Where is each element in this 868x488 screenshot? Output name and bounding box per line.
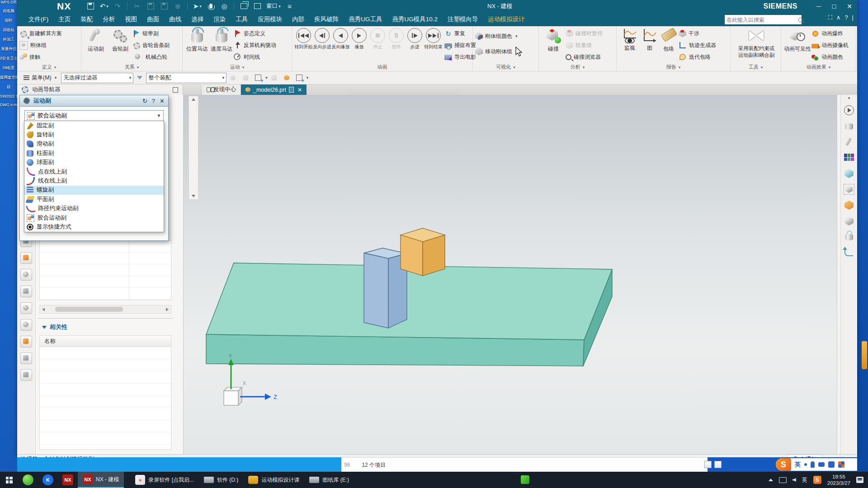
undock-icon[interactable] — [173, 87, 178, 93]
interference-button[interactable]: 干涉 — [679, 28, 716, 39]
taskbar-task-course-folder[interactable]: 运动模拟设计课 — [243, 472, 304, 488]
taskbar-task-nx-modeling[interactable]: NX NX - 建模 — [78, 472, 124, 488]
display-tray-icon[interactable] — [779, 477, 787, 483]
list-item-screw-joint[interactable]: 螺旋副 — [24, 186, 164, 195]
viewport-scrollbar-edge[interactable] — [837, 95, 840, 454]
sogou-tray-icon[interactable]: S — [813, 476, 821, 484]
menu-tab-tools[interactable]: 工具 — [236, 15, 248, 23]
maximize-button[interactable]: □ — [826, 0, 842, 12]
customize-ribbon-icon[interactable]: ≡ — [284, 2, 296, 10]
animation-visibility-button[interactable]: 动画可见性 — [783, 28, 811, 53]
play-animation-icon[interactable] — [843, 104, 855, 116]
resource-roles-icon[interactable] — [20, 352, 32, 364]
list-item-slider-joint[interactable]: 滑动副 — [24, 140, 164, 149]
scroll-up-icon[interactable] — [192, 98, 195, 101]
save-icon[interactable] — [85, 2, 96, 10]
desktop-icon[interactable]: WPS Offi — [0, 0, 17, 5]
tray-green-app-icon[interactable] — [521, 475, 529, 484]
navigator-table[interactable] — [39, 240, 171, 300]
sogou-comma-icon[interactable] — [804, 463, 807, 466]
explorer-view-toggles[interactable] — [704, 461, 722, 468]
resource-layers-icon[interactable] — [20, 252, 32, 264]
delete-body-icon[interactable] — [843, 199, 855, 211]
tab-discover-center[interactable]: 发现中心 — [202, 84, 241, 95]
inverse-drive-button[interactable]: 反算机构驱动 — [234, 39, 276, 51]
thumbnail-view-icon[interactable] — [714, 461, 722, 468]
list-item-show-shortcuts[interactable]: 显示快捷方式 — [24, 222, 164, 231]
taskbar-app-k[interactable]: K — [38, 472, 58, 488]
sogou-grid-icon[interactable] — [838, 461, 844, 468]
menu-tab-file[interactable]: 文件(F) — [28, 15, 48, 23]
sogou-mic-icon[interactable] — [811, 461, 815, 468]
pen-tool-icon[interactable]: ➤▾ — [191, 2, 203, 10]
desktop-icon[interactable]: 媒网盘空间 — [0, 75, 17, 80]
joint-type-dropdown[interactable]: 胶合运动副 ▼ — [24, 110, 164, 121]
collision-button[interactable]: 碰撞 — [541, 28, 566, 53]
menu-tab-internal[interactable]: 内部 — [292, 15, 304, 23]
desktop-icon[interactable]: 09电竞 — [0, 66, 17, 71]
animation-camera-button[interactable]: 动画摄像机 — [811, 39, 849, 51]
desktop-icon[interactable]: 临时 — [0, 18, 17, 23]
list-item-point-on-curve[interactable]: 点在线上副 — [24, 167, 164, 176]
list-item-cylindrical-joint[interactable]: 柱面副 — [24, 149, 164, 158]
link-icon[interactable] — [241, 73, 250, 83]
toolbar-options-icon[interactable]: ▾ — [841, 96, 857, 100]
sogou-keyboard-icon[interactable] — [818, 462, 825, 467]
scroll-left-icon[interactable] — [42, 308, 45, 311]
menu-tab-yanxiu-mold[interactable]: 燕秀UG模具10.2 — [392, 15, 438, 23]
export-movie-button[interactable]: 导出电影 — [444, 51, 476, 63]
list-item-glue-joint[interactable]: 胶合运动副 — [24, 213, 164, 222]
group-label-analysis[interactable]: 分析 ▾ — [539, 64, 616, 70]
position-motor-button[interactable]: 位置马达 — [185, 28, 209, 53]
blue-box-front-face[interactable] — [364, 253, 388, 328]
iterative-envelope-button[interactable]: 迭代包络 — [679, 51, 716, 63]
play-button[interactable]: 播放 — [350, 28, 368, 50]
filter-icon[interactable] — [137, 76, 142, 80]
dialog-help-icon[interactable]: ? — [152, 98, 155, 104]
group-label-report[interactable]: 报告 ▾ — [617, 64, 730, 70]
color-palette-icon[interactable] — [843, 152, 855, 164]
rigid-group-button[interactable]: 刚体组 — [19, 39, 80, 51]
go-to-start-button[interactable]: 转到开始 — [294, 28, 313, 50]
rotate-cylinder-icon[interactable] — [843, 231, 855, 243]
undo-icon[interactable]: ↶▾ — [98, 2, 110, 10]
dependencies-rows[interactable] — [40, 347, 171, 449]
menu-tab-render[interactable]: 渲染 — [213, 15, 226, 23]
menu-tab-motion-simulation[interactable]: 运动模拟设计 — [488, 15, 525, 23]
go-to-end-button[interactable]: 转到结束 — [424, 28, 443, 50]
menu-tab-yanxiu-ug-tools[interactable]: 燕秀UG工具 — [349, 15, 382, 23]
search-input[interactable] — [725, 17, 798, 23]
tab-close-icon[interactable]: ✕ — [297, 87, 302, 93]
hidden-icons-arrow[interactable] — [769, 479, 773, 481]
resource-info-icon[interactable] — [20, 302, 32, 314]
motor-tool-icon[interactable] — [843, 120, 855, 132]
menu-tab-home[interactable]: 主页 — [58, 15, 71, 23]
menu-tab-jifeng[interactable]: 疾风破阵 — [314, 15, 339, 23]
background-blue-window[interactable] — [17, 457, 341, 472]
desktop-icon[interactable]: 赵 — [0, 84, 17, 90]
minimize-ribbon-icon[interactable]: ∧ — [836, 14, 841, 21]
sogou-skin-icon[interactable] — [828, 461, 835, 468]
rack-pinion-button[interactable]: 齿轮齿条副 — [132, 39, 170, 51]
command-search[interactable] — [724, 14, 802, 25]
dialog-titlebar[interactable]: 运动副 ↻ ? ✕ — [19, 95, 169, 107]
start-button[interactable] — [0, 472, 18, 488]
menu-button[interactable]: 菜单(M)▾ — [24, 74, 57, 82]
desktop-icon[interactable]: 此电脑 — [0, 9, 17, 14]
joint-tool-icon[interactable] — [843, 136, 855, 148]
more-icon[interactable]: | — [852, 14, 854, 21]
action-center-icon[interactable] — [856, 477, 863, 483]
menu-tab-mold-wizard[interactable]: 注塑模向导 — [448, 15, 478, 23]
cut-icon[interactable]: ✂ — [131, 2, 143, 10]
gear-joint-button[interactable]: 齿轮副 — [108, 28, 132, 53]
speed-motor-button[interactable]: 速度马达 — [209, 28, 234, 53]
taskbar-app-browser[interactable] — [18, 472, 38, 488]
menu-tab-application[interactable]: 应用模块 — [258, 15, 282, 23]
dialog-close-icon[interactable]: ✕ — [160, 98, 165, 104]
desktop-icon[interactable]: 直播伴侣 — [0, 47, 17, 52]
close-button[interactable]: ✕ — [842, 0, 857, 12]
chain-belt-button[interactable]: 链带副 — [132, 28, 170, 39]
monitor-button[interactable]: 监视 — [619, 28, 641, 52]
orange-cube-right-face[interactable] — [423, 235, 445, 276]
envelope-button[interactable]: 包络 — [659, 28, 679, 53]
